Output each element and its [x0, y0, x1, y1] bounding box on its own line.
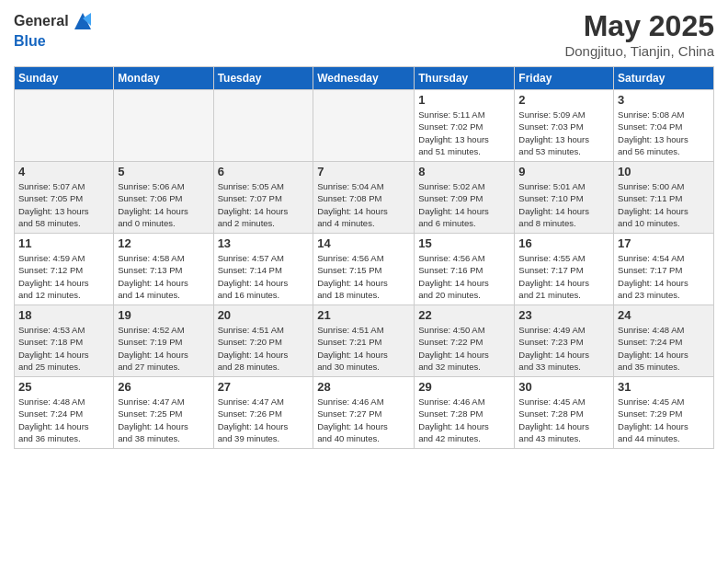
day-info: Sunrise: 5:00 AM Sunset: 7:11 PM Dayligh…: [618, 180, 710, 229]
day-info: Sunrise: 4:48 AM Sunset: 7:24 PM Dayligh…: [618, 324, 710, 373]
day-number: 18: [18, 308, 109, 322]
day-number: 19: [118, 308, 209, 322]
col-saturday: Saturday: [614, 67, 714, 90]
table-row: 22Sunrise: 4:50 AM Sunset: 7:22 PM Dayli…: [415, 305, 515, 377]
day-info: Sunrise: 4:47 AM Sunset: 7:26 PM Dayligh…: [218, 396, 310, 444]
calendar-week-row: 1Sunrise: 5:11 AM Sunset: 7:02 PM Daylig…: [15, 90, 714, 162]
main-title: May 2025: [564, 9, 714, 43]
day-info: Sunrise: 4:51 AM Sunset: 7:21 PM Dayligh…: [317, 324, 410, 373]
day-info: Sunrise: 4:58 AM Sunset: 7:13 PM Dayligh…: [118, 252, 209, 301]
table-row: 25Sunrise: 4:48 AM Sunset: 7:24 PM Dayli…: [15, 377, 114, 449]
day-info: Sunrise: 4:47 AM Sunset: 7:25 PM Dayligh…: [118, 396, 209, 444]
subtitle: Dongjituo, Tianjin, China: [564, 43, 714, 59]
table-row: 13Sunrise: 4:57 AM Sunset: 7:14 PM Dayli…: [213, 234, 313, 305]
table-row: 6Sunrise: 5:05 AM Sunset: 7:07 PM Daylig…: [213, 162, 313, 234]
table-row: 4Sunrise: 5:07 AM Sunset: 7:05 PM Daylig…: [15, 162, 114, 234]
day-number: 1: [418, 93, 510, 107]
table-row: [213, 90, 313, 162]
day-number: 21: [317, 308, 410, 322]
day-info: Sunrise: 4:46 AM Sunset: 7:28 PM Dayligh…: [418, 396, 510, 444]
header: General Blue May 2025 Dongjituo, Tianjin…: [14, 9, 714, 59]
day-number: 23: [518, 308, 609, 322]
day-number: 16: [518, 236, 609, 250]
calendar-table: Sunday Monday Tuesday Wednesday Thursday…: [14, 66, 714, 449]
col-thursday: Thursday: [415, 67, 515, 90]
table-row: 7Sunrise: 5:04 AM Sunset: 7:08 PM Daylig…: [313, 162, 415, 234]
table-row: 1Sunrise: 5:11 AM Sunset: 7:02 PM Daylig…: [415, 90, 515, 162]
table-row: 12Sunrise: 4:58 AM Sunset: 7:13 PM Dayli…: [114, 234, 213, 305]
day-number: 11: [18, 236, 109, 250]
table-row: [15, 90, 114, 162]
day-info: Sunrise: 4:48 AM Sunset: 7:24 PM Dayligh…: [18, 396, 109, 444]
logo-blue: Blue: [14, 33, 46, 49]
day-number: 14: [317, 236, 410, 250]
table-row: 9Sunrise: 5:01 AM Sunset: 7:10 PM Daylig…: [515, 162, 614, 234]
day-number: 31: [618, 380, 710, 394]
day-info: Sunrise: 5:04 AM Sunset: 7:08 PM Dayligh…: [317, 180, 410, 229]
calendar-week-row: 11Sunrise: 4:59 AM Sunset: 7:12 PM Dayli…: [15, 234, 714, 305]
day-info: Sunrise: 4:52 AM Sunset: 7:19 PM Dayligh…: [118, 324, 209, 373]
day-number: 2: [518, 93, 609, 107]
day-number: 24: [618, 308, 710, 322]
day-number: 20: [218, 308, 310, 322]
day-info: Sunrise: 4:59 AM Sunset: 7:12 PM Dayligh…: [18, 252, 109, 301]
day-info: Sunrise: 5:06 AM Sunset: 7:06 PM Dayligh…: [118, 180, 209, 229]
table-row: 31Sunrise: 4:45 AM Sunset: 7:29 PM Dayli…: [614, 377, 714, 449]
logo-text-block: General Blue: [14, 9, 95, 50]
table-row: 3Sunrise: 5:08 AM Sunset: 7:04 PM Daylig…: [614, 90, 714, 162]
table-row: 26Sunrise: 4:47 AM Sunset: 7:25 PM Dayli…: [114, 377, 213, 449]
day-number: 15: [418, 236, 510, 250]
table-row: 27Sunrise: 4:47 AM Sunset: 7:26 PM Dayli…: [213, 377, 313, 449]
table-row: 8Sunrise: 5:02 AM Sunset: 7:09 PM Daylig…: [415, 162, 515, 234]
day-number: 3: [618, 93, 710, 107]
table-row: 2Sunrise: 5:09 AM Sunset: 7:03 PM Daylig…: [515, 90, 614, 162]
calendar-week-row: 25Sunrise: 4:48 AM Sunset: 7:24 PM Dayli…: [15, 377, 714, 449]
day-info: Sunrise: 4:53 AM Sunset: 7:18 PM Dayligh…: [18, 324, 109, 373]
day-number: 30: [518, 380, 609, 394]
day-info: Sunrise: 5:09 AM Sunset: 7:03 PM Dayligh…: [518, 109, 609, 157]
page: General Blue May 2025 Dongjituo, Tianjin…: [0, 0, 728, 563]
day-number: 26: [118, 380, 209, 394]
day-number: 6: [218, 165, 310, 178]
day-number: 28: [317, 380, 410, 394]
table-row: 16Sunrise: 4:55 AM Sunset: 7:17 PM Dayli…: [515, 234, 614, 305]
day-info: Sunrise: 4:49 AM Sunset: 7:23 PM Dayligh…: [518, 324, 609, 373]
calendar-header-row: Sunday Monday Tuesday Wednesday Thursday…: [15, 67, 714, 90]
day-info: Sunrise: 4:57 AM Sunset: 7:14 PM Dayligh…: [218, 252, 310, 301]
day-info: Sunrise: 5:07 AM Sunset: 7:05 PM Dayligh…: [18, 180, 109, 229]
day-info: Sunrise: 5:01 AM Sunset: 7:10 PM Dayligh…: [518, 180, 609, 229]
table-row: 21Sunrise: 4:51 AM Sunset: 7:21 PM Dayli…: [313, 305, 415, 377]
day-number: 10: [618, 165, 710, 178]
day-info: Sunrise: 4:56 AM Sunset: 7:15 PM Dayligh…: [317, 252, 410, 301]
table-row: [313, 90, 415, 162]
day-info: Sunrise: 4:51 AM Sunset: 7:20 PM Dayligh…: [218, 324, 310, 373]
day-number: 17: [618, 236, 710, 250]
day-number: 5: [118, 165, 209, 178]
col-wednesday: Wednesday: [313, 67, 415, 90]
table-row: 19Sunrise: 4:52 AM Sunset: 7:19 PM Dayli…: [114, 305, 213, 377]
day-number: 29: [418, 380, 510, 394]
day-info: Sunrise: 4:54 AM Sunset: 7:17 PM Dayligh…: [618, 252, 710, 301]
day-info: Sunrise: 5:02 AM Sunset: 7:09 PM Dayligh…: [418, 180, 510, 229]
table-row: 29Sunrise: 4:46 AM Sunset: 7:28 PM Dayli…: [415, 377, 515, 449]
table-row: 10Sunrise: 5:00 AM Sunset: 7:11 PM Dayli…: [614, 162, 714, 234]
table-row: 28Sunrise: 4:46 AM Sunset: 7:27 PM Dayli…: [313, 377, 415, 449]
logo: General Blue: [14, 9, 95, 50]
day-number: 8: [418, 165, 510, 178]
day-info: Sunrise: 4:45 AM Sunset: 7:28 PM Dayligh…: [518, 396, 609, 444]
table-row: 17Sunrise: 4:54 AM Sunset: 7:17 PM Dayli…: [614, 234, 714, 305]
day-info: Sunrise: 4:50 AM Sunset: 7:22 PM Dayligh…: [418, 324, 510, 373]
table-row: 30Sunrise: 4:45 AM Sunset: 7:28 PM Dayli…: [515, 377, 614, 449]
day-number: 7: [317, 165, 410, 178]
title-block: May 2025 Dongjituo, Tianjin, China: [564, 9, 714, 59]
col-friday: Friday: [515, 67, 614, 90]
day-number: 22: [418, 308, 510, 322]
table-row: [114, 90, 213, 162]
calendar-week-row: 18Sunrise: 4:53 AM Sunset: 7:18 PM Dayli…: [15, 305, 714, 377]
day-number: 4: [18, 165, 109, 178]
table-row: 14Sunrise: 4:56 AM Sunset: 7:15 PM Dayli…: [313, 234, 415, 305]
table-row: 23Sunrise: 4:49 AM Sunset: 7:23 PM Dayli…: [515, 305, 614, 377]
day-number: 27: [218, 380, 310, 394]
table-row: 24Sunrise: 4:48 AM Sunset: 7:24 PM Dayli…: [614, 305, 714, 377]
col-sunday: Sunday: [15, 67, 114, 90]
